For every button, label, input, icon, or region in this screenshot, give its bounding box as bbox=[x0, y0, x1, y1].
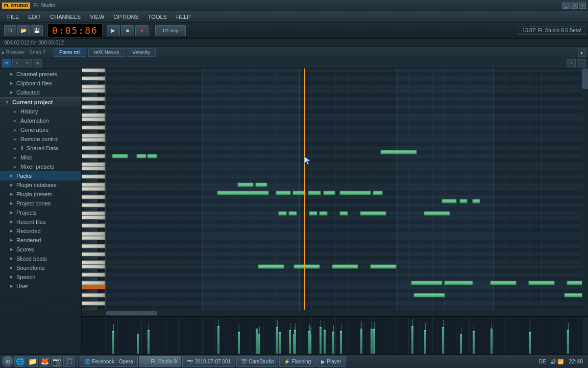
folder-icon bbox=[8, 265, 14, 271]
sidebar-item-sliced[interactable]: Sliced beats bbox=[0, 254, 81, 263]
pr-zoom-out[interactable]: - bbox=[577, 59, 586, 67]
roll-canvas[interactable] bbox=[105, 68, 582, 310]
quicklaunch-app2[interactable]: 🎵 bbox=[63, 356, 75, 367]
tb-open-button[interactable]: 📂 bbox=[17, 25, 30, 36]
play-button[interactable]: ▶ bbox=[107, 25, 120, 36]
sidebar-item-project-bones[interactable]: Project bones bbox=[0, 199, 81, 208]
tab-refx[interactable]: refX Nexus bbox=[88, 48, 125, 57]
menu-options[interactable]: OPTIONS bbox=[109, 13, 143, 21]
playhead bbox=[304, 68, 305, 310]
sidebar-item-plugin-presets[interactable]: Plugin presets bbox=[0, 190, 81, 199]
quicklaunch-app1[interactable]: 📷 bbox=[51, 356, 62, 367]
expand-icon: ▼ bbox=[4, 99, 10, 105]
arrow-icon bbox=[12, 136, 18, 142]
pr-tool-mute[interactable]: M bbox=[33, 59, 42, 67]
fl-logo: FL STUDIO bbox=[2, 3, 30, 9]
folder-icon bbox=[8, 246, 14, 252]
sidebar-item-soundfonts[interactable]: Soundfonts bbox=[0, 263, 81, 272]
roll-area[interactable] bbox=[105, 68, 582, 310]
taskbar-opera[interactable]: 🌐 Facebook - Opera bbox=[80, 356, 138, 367]
folder-icon bbox=[8, 200, 14, 206]
taskbar-flstudio[interactable]: 🎵 FL Studio 9 bbox=[139, 356, 182, 367]
sidebar-item-remote[interactable]: Remote control bbox=[0, 134, 81, 144]
sidebar-item-user[interactable]: User bbox=[0, 282, 81, 291]
sidebar-item-history[interactable]: History bbox=[0, 107, 81, 116]
pr-tool-pencil[interactable]: ✏ bbox=[2, 59, 11, 67]
snap-select[interactable]: 1/2 step bbox=[155, 25, 186, 36]
vertical-scrollbar[interactable] bbox=[582, 68, 588, 310]
folder-icon bbox=[8, 219, 14, 225]
maximize-button[interactable]: □ bbox=[571, 3, 578, 9]
sidebar-item-misc[interactable]: Misc bbox=[0, 153, 81, 162]
taskbar-screenshot[interactable]: 📷 2010-07-07 001 bbox=[182, 356, 235, 367]
sidebar-item-plugin-db[interactable]: Plugin database bbox=[0, 180, 81, 190]
sidebar-item-scores[interactable]: Scores bbox=[0, 245, 81, 254]
arrow-icon bbox=[12, 164, 18, 170]
pr-tool-delete[interactable]: ✂ bbox=[22, 59, 32, 67]
sidebar-item-projects[interactable]: Projects bbox=[0, 208, 81, 217]
tab-velocity[interactable]: Velocity bbox=[127, 48, 155, 57]
pr-tools-bar: ✏ ↖ ✂ M + - bbox=[0, 58, 588, 68]
folder-icon bbox=[8, 210, 14, 216]
sidebar-item-rendered[interactable]: Rendered bbox=[0, 236, 81, 245]
tb-save-button[interactable]: 💾 bbox=[31, 25, 43, 36]
systray-time: 22:48 bbox=[566, 358, 586, 364]
position-display: 004:02:012 for 000:00:012 bbox=[4, 40, 64, 45]
pr-tool-select[interactable]: ↖ bbox=[12, 59, 21, 67]
taskbar-player[interactable]: ▶ Player bbox=[316, 356, 346, 367]
start-button[interactable]: ⊞ bbox=[2, 356, 13, 367]
pr-scroll-right[interactable]: ▸ bbox=[578, 49, 586, 57]
window-controls[interactable]: _ □ × bbox=[562, 3, 586, 9]
folder-icon bbox=[8, 283, 14, 289]
sidebar-item-collected[interactable]: Collected bbox=[0, 88, 81, 97]
menu-channels[interactable]: CHANNELS bbox=[46, 13, 85, 21]
piano-keys bbox=[82, 68, 105, 310]
sidebar-section-main: Channel presets Clipboard files Collecte… bbox=[0, 68, 81, 292]
menu-bar: FILE EDIT CHANNELS VIEW OPTIONS TOOLS HE… bbox=[0, 11, 588, 22]
browser-breadcrumb: ▸ Browser - Snap 2 bbox=[2, 50, 45, 55]
tb-new-button[interactable]: 🗋 bbox=[4, 25, 16, 36]
menu-view[interactable]: VIEW bbox=[86, 13, 108, 21]
stop-button[interactable]: ■ bbox=[121, 25, 134, 36]
taskbar-flash[interactable]: ⚡ Flashing bbox=[279, 356, 315, 367]
sidebar-item-recorded[interactable]: Recorded bbox=[0, 226, 81, 236]
piano-roll-header: ▸ Browser - Snap 2 Piano roll refX Nexus… bbox=[0, 47, 588, 58]
sidebar-item-shared[interactable]: IL Shared Data bbox=[0, 144, 81, 153]
toolbar: 🗋 📂 💾 0:05:86 ▶ ■ ● 1/2 step 13.07: FL S… bbox=[0, 22, 588, 39]
sidebar-item-generators[interactable]: Generators bbox=[0, 125, 81, 134]
sidebar-item-automation[interactable]: Automation bbox=[0, 116, 81, 125]
sidebar-item-mixer[interactable]: Mixer presets bbox=[0, 162, 81, 171]
systray-icons: 🔊 📶 bbox=[549, 359, 565, 364]
menu-help[interactable]: HELP bbox=[172, 13, 195, 21]
tab-piano-roll[interactable]: Piano roll bbox=[54, 48, 86, 57]
menu-tools[interactable]: TOOLS bbox=[144, 13, 171, 21]
folder-icon bbox=[8, 182, 14, 188]
sidebar-item-current-project[interactable]: ▼ Current project bbox=[0, 97, 81, 107]
folder-icon bbox=[8, 173, 14, 179]
sidebar-item-channel-presets[interactable]: Channel presets bbox=[0, 70, 81, 79]
close-button[interactable]: × bbox=[579, 3, 586, 9]
sidebar-item-speech[interactable]: Speech bbox=[0, 272, 81, 282]
record-button[interactable]: ● bbox=[135, 25, 149, 36]
taskbar-camstudio[interactable]: 🎬 CamStudio bbox=[236, 356, 278, 367]
pr-zoom-in[interactable]: + bbox=[567, 59, 576, 67]
menu-edit[interactable]: EDIT bbox=[24, 13, 45, 21]
horizontal-scrollbar[interactable] bbox=[82, 310, 588, 316]
sidebar-item-clipboard[interactable]: Clipboard files bbox=[0, 79, 81, 88]
toolbar-group-main: 🗋 📂 💾 bbox=[2, 25, 45, 36]
status-bar: 004:02:012 for 000:00:012 bbox=[0, 39, 588, 47]
folder-icon bbox=[8, 71, 14, 77]
quicklaunch-ie[interactable]: 🌐 bbox=[14, 356, 26, 367]
folder-icon bbox=[8, 237, 14, 243]
transport-group: ▶ ■ ● bbox=[105, 25, 151, 36]
quicklaunch-browser[interactable]: 🦊 bbox=[39, 356, 50, 367]
menu-file[interactable]: FILE bbox=[3, 13, 23, 21]
sidebar-item-recent[interactable]: Recent files bbox=[0, 217, 81, 226]
snap-group: 1/2 step bbox=[153, 25, 188, 36]
sidebar-item-packs[interactable]: Packs bbox=[0, 171, 81, 180]
content-area bbox=[82, 68, 588, 367]
title-text: FL Studio bbox=[33, 3, 562, 8]
cursor-indicator bbox=[303, 155, 313, 166]
minimize-button[interactable]: _ bbox=[562, 3, 570, 9]
quicklaunch-folder[interactable]: 📁 bbox=[27, 356, 38, 367]
